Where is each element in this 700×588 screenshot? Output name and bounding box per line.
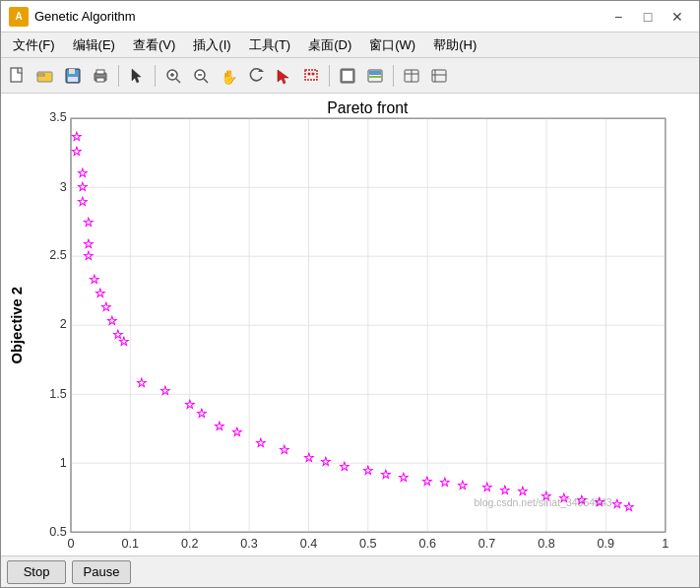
svg-text:☆: ☆ <box>398 471 410 485</box>
ytick-1: 1 <box>60 456 67 470</box>
xtick-9: 0.9 <box>598 537 615 551</box>
stop-button[interactable]: Stop <box>7 560 66 584</box>
menu-insert[interactable]: 插入(I) <box>185 34 238 56</box>
svg-text:☆: ☆ <box>89 273 100 287</box>
svg-rect-20 <box>305 70 317 80</box>
brush-button[interactable] <box>298 63 324 89</box>
ytick-15: 1.5 <box>49 387 67 401</box>
title-bar: A Genetic Algorithm − □ ✕ <box>1 1 699 33</box>
svg-text:☆: ☆ <box>362 465 374 479</box>
bottom-bar: Stop Pause <box>1 555 699 587</box>
menu-help[interactable]: 帮助(H) <box>425 34 484 56</box>
close-button[interactable]: ✕ <box>664 6 691 28</box>
ytick-3: 3 <box>60 180 67 194</box>
svg-text:☆: ☆ <box>481 481 493 494</box>
svg-text:☆: ☆ <box>159 384 171 398</box>
svg-text:☆: ☆ <box>623 500 635 514</box>
svg-line-13 <box>176 79 180 83</box>
svg-marker-19 <box>278 70 288 84</box>
svg-text:☆: ☆ <box>279 444 290 458</box>
select-button[interactable] <box>124 63 150 89</box>
svg-text:☆: ☆ <box>106 314 118 328</box>
svg-text:☆: ☆ <box>100 300 112 314</box>
propertyeditor-button[interactable] <box>399 63 424 89</box>
svg-text:☆: ☆ <box>255 436 267 450</box>
svg-rect-7 <box>96 70 104 74</box>
rotate-button[interactable] <box>243 63 269 89</box>
svg-text:☆: ☆ <box>77 196 89 210</box>
svg-rect-31 <box>432 70 446 82</box>
svg-text:☆: ☆ <box>421 475 433 489</box>
svg-rect-0 <box>11 68 22 82</box>
print-button[interactable] <box>88 63 113 89</box>
open-button[interactable] <box>32 63 58 89</box>
xtick-2: 0.2 <box>181 537 199 551</box>
svg-text:☆: ☆ <box>457 479 469 492</box>
plotbrowser-button[interactable] <box>426 63 452 89</box>
menu-window[interactable]: 窗口(W) <box>361 34 423 56</box>
menu-bar: 文件(F) 编辑(E) 查看(V) 插入(I) 工具(T) 桌面(D) 窗口(W… <box>1 33 699 58</box>
svg-text:☆: ☆ <box>214 420 225 433</box>
svg-point-21 <box>308 72 311 75</box>
svg-point-22 <box>312 72 315 75</box>
sep-2 <box>155 65 156 87</box>
xtick-5: 0.5 <box>359 537 377 551</box>
svg-rect-8 <box>96 78 104 82</box>
app-icon: A <box>9 7 29 27</box>
xtick-8: 0.8 <box>538 537 555 551</box>
svg-text:☆: ☆ <box>611 497 623 511</box>
svg-text:☆: ☆ <box>439 476 451 490</box>
zoom-in-button[interactable] <box>160 63 186 89</box>
print-fig-button[interactable] <box>335 63 360 89</box>
xtick-6: 0.6 <box>418 537 436 551</box>
main-window: A Genetic Algorithm − □ ✕ 文件(F) 编辑(E) 查看… <box>0 0 700 588</box>
svg-rect-26 <box>369 71 381 75</box>
svg-text:☆: ☆ <box>196 407 208 421</box>
menu-tools[interactable]: 工具(T) <box>241 34 299 56</box>
plot-svg: Pareto front Objective 1 Objective 2 0 0… <box>9 101 691 555</box>
watermark-text: blog.csdn.net/sinat_34054843 <box>475 496 612 508</box>
ytick-35: 3.5 <box>49 110 67 124</box>
svg-text:☆: ☆ <box>231 425 243 439</box>
xtick-7: 0.7 <box>478 537 496 551</box>
colorbar-button[interactable] <box>362 63 388 89</box>
svg-text:☆: ☆ <box>136 376 148 390</box>
svg-text:☆: ☆ <box>380 468 392 482</box>
pause-button[interactable]: Pause <box>72 560 131 584</box>
svg-rect-27 <box>369 76 381 78</box>
ytick-05: 0.5 <box>49 525 67 539</box>
svg-text:☆: ☆ <box>71 130 83 144</box>
xtick-1: 0.1 <box>122 537 140 551</box>
maximize-button[interactable]: □ <box>634 6 662 28</box>
svg-text:☆: ☆ <box>184 398 196 412</box>
svg-text:☆: ☆ <box>95 287 106 300</box>
minimize-button[interactable]: − <box>605 6 632 28</box>
zoom-out-button[interactable] <box>188 63 214 89</box>
sep-4 <box>393 65 394 87</box>
menu-view[interactable]: 查看(V) <box>125 34 183 56</box>
svg-rect-24 <box>343 71 352 81</box>
svg-rect-5 <box>68 77 78 82</box>
svg-rect-4 <box>69 69 75 74</box>
svg-text:☆: ☆ <box>303 451 315 465</box>
xtick-3: 0.3 <box>240 537 258 551</box>
plot-title: Pareto front <box>327 101 409 116</box>
menu-file[interactable]: 文件(F) <box>5 34 63 56</box>
datacursor-button[interactable] <box>271 63 296 89</box>
menu-edit[interactable]: 编辑(E) <box>65 34 123 56</box>
plot-container: Pareto front Objective 1 Objective 2 0 0… <box>1 94 699 555</box>
ytick-2: 2 <box>60 317 67 331</box>
svg-text:☆: ☆ <box>83 217 95 230</box>
sep-3 <box>329 65 330 87</box>
menu-desktop[interactable]: 桌面(D) <box>300 34 359 56</box>
window-controls: − □ ✕ <box>605 6 691 28</box>
pan-button[interactable]: ✋ <box>216 63 241 89</box>
svg-text:☆: ☆ <box>77 166 89 180</box>
ytick-25: 2.5 <box>49 248 67 262</box>
svg-text:☆: ☆ <box>77 180 89 194</box>
xtick-10: 1 <box>662 537 668 551</box>
toolbar: ✋ <box>1 58 699 94</box>
save-button[interactable] <box>60 63 86 89</box>
svg-line-16 <box>204 79 208 83</box>
new-button[interactable] <box>5 63 31 89</box>
